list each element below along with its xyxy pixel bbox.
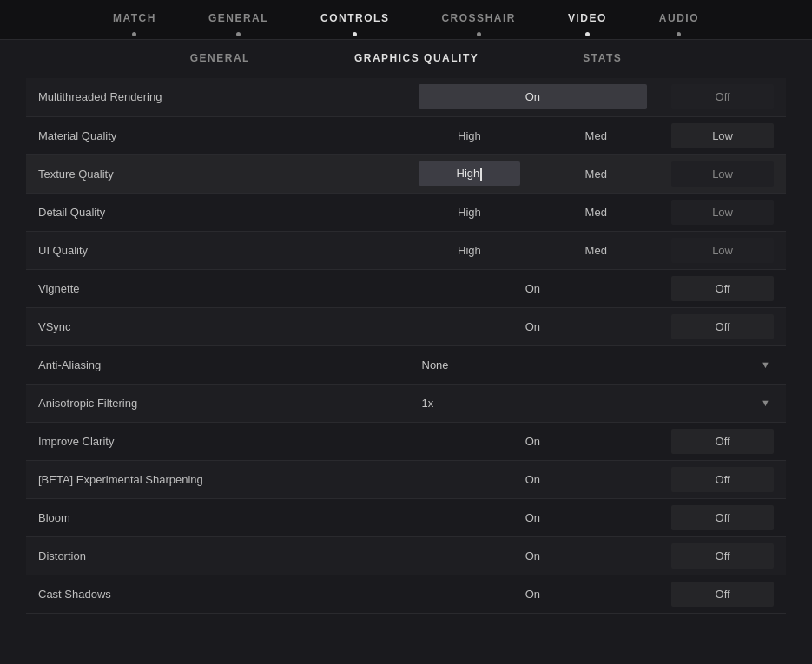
table-row: Texture Quality High Med Low	[26, 154, 786, 193]
option-on-btn[interactable]: On	[419, 314, 648, 339]
nav-dot-controls	[353, 32, 357, 36]
setting-option-off[interactable]: Off	[659, 78, 786, 116]
nav-item-general[interactable]: GENERAL	[208, 12, 268, 28]
nav-item-match[interactable]: MATCH	[113, 12, 156, 28]
dropdown-cell[interactable]: 1x ▼	[406, 384, 787, 422]
nav-items-container: MATCH GENERAL CONTROLS CROSSHAIR VIDEO A…	[113, 12, 699, 28]
table-row: Improve Clarity On Off	[26, 422, 786, 460]
subnav-graphics-quality[interactable]: GRAPHICS QUALITY	[354, 52, 479, 64]
option-high-btn[interactable]: High	[419, 238, 521, 263]
setting-label: Anti-Aliasing	[26, 345, 406, 384]
subnav-general[interactable]: GENERAL	[190, 52, 250, 64]
option-on-btn[interactable]: On	[419, 429, 648, 454]
setting-label: Improve Clarity	[26, 422, 406, 460]
setting-option-off[interactable]: Off	[659, 575, 786, 613]
setting-option-low[interactable]: Low	[659, 193, 786, 231]
setting-option-on[interactable]: On	[406, 78, 660, 116]
settings-content: Multithreaded Rendering On Off Material …	[0, 78, 812, 614]
table-row: Distortion On Off	[26, 536, 786, 575]
option-high-btn[interactable]: High	[419, 123, 521, 148]
setting-option-on[interactable]: On	[406, 422, 660, 460]
cursor-indicator	[480, 168, 482, 181]
option-off-btn[interactable]: Off	[671, 505, 774, 530]
setting-option-off[interactable]: Off	[659, 422, 786, 460]
setting-label: [BETA] Experimental Sharpening	[26, 460, 406, 498]
option-off-btn[interactable]: Off	[671, 429, 774, 454]
setting-label: Vignette	[26, 269, 406, 307]
setting-label: Bloom	[26, 498, 406, 536]
nav-item-video[interactable]: VIDEO	[568, 12, 607, 28]
option-on-btn[interactable]: On	[419, 505, 648, 530]
setting-option-on[interactable]: On	[406, 575, 660, 613]
option-low-btn[interactable]: Low	[671, 238, 774, 263]
setting-label: Material Quality	[26, 116, 406, 154]
table-row: Material Quality High Med Low	[26, 116, 786, 154]
option-med-btn[interactable]: Med	[545, 161, 647, 187]
setting-option-on[interactable]: On	[406, 307, 660, 345]
option-off-btn[interactable]: Off	[671, 314, 774, 339]
nav-dot-match	[132, 32, 136, 36]
option-on-btn[interactable]: On	[419, 543, 648, 569]
option-low-btn[interactable]: Low	[671, 200, 774, 225]
nav-dot-video	[585, 32, 590, 36]
nav-dot-general	[236, 32, 241, 36]
option-off-btn[interactable]: Off	[671, 467, 774, 492]
option-high-selected-btn[interactable]: High	[419, 161, 521, 186]
dropdown-cell[interactable]: None ▼	[406, 345, 787, 384]
table-row: Detail Quality High Med Low	[26, 193, 786, 231]
setting-option-med[interactable]: Med	[532, 116, 659, 154]
subnav-stats[interactable]: STATS	[583, 52, 622, 64]
setting-option-med[interactable]: Med	[532, 231, 659, 269]
setting-label: Anisotropic Filtering	[26, 384, 406, 422]
table-row: Multithreaded Rendering On Off	[26, 78, 786, 116]
chevron-down-icon: ▼	[761, 359, 770, 370]
setting-option-low[interactable]: Low	[659, 231, 786, 269]
setting-option-high[interactable]: High	[406, 193, 533, 231]
option-off-btn[interactable]: Off	[671, 276, 774, 301]
nav-item-audio[interactable]: AUDIO	[659, 12, 699, 28]
table-row: Anisotropic Filtering 1x ▼	[26, 384, 786, 422]
setting-option-off[interactable]: Off	[659, 307, 786, 345]
table-row: Anti-Aliasing None ▼	[26, 345, 786, 384]
setting-option-on[interactable]: On	[406, 498, 660, 536]
option-on-btn[interactable]: On	[419, 582, 648, 607]
option-on-btn[interactable]: On	[419, 467, 648, 492]
setting-option-off[interactable]: Off	[659, 498, 786, 536]
setting-option-low[interactable]: Low	[659, 116, 786, 154]
setting-option-high[interactable]: High	[406, 116, 533, 154]
setting-option-high[interactable]: High	[406, 154, 533, 193]
option-med-btn[interactable]: Med	[545, 200, 647, 225]
option-high-btn[interactable]: High	[419, 200, 521, 225]
setting-label: Cast Shadows	[26, 575, 406, 613]
setting-option-off[interactable]: Off	[659, 536, 786, 575]
option-off-btn[interactable]: Off	[671, 84, 774, 109]
setting-label: Texture Quality	[26, 154, 406, 193]
option-med-btn[interactable]: Med	[545, 123, 647, 148]
nav-item-controls[interactable]: CONTROLS	[320, 12, 389, 28]
setting-option-high[interactable]: High	[406, 231, 533, 269]
setting-option-on[interactable]: On	[406, 269, 660, 307]
table-row: Vignette On Off	[26, 269, 786, 307]
nav-dot-crosshair	[477, 32, 481, 36]
option-on-btn[interactable]: On	[419, 276, 648, 301]
top-navigation: MATCH GENERAL CONTROLS CROSSHAIR VIDEO A…	[0, 0, 812, 40]
table-row: UI Quality High Med Low	[26, 231, 786, 269]
option-off-btn[interactable]: Off	[671, 543, 774, 569]
setting-option-med[interactable]: Med	[532, 193, 659, 231]
option-off-btn[interactable]: Off	[671, 582, 774, 607]
setting-option-low[interactable]: Low	[659, 154, 786, 193]
setting-label: Multithreaded Rendering	[26, 78, 406, 116]
option-med-btn[interactable]: Med	[545, 238, 647, 263]
table-row: VSync On Off	[26, 307, 786, 345]
option-low-btn[interactable]: Low	[671, 123, 774, 148]
setting-option-off[interactable]: Off	[659, 460, 786, 498]
setting-option-med[interactable]: Med	[532, 154, 659, 193]
setting-label: Distortion	[26, 536, 406, 575]
setting-option-off[interactable]: Off	[659, 269, 786, 307]
dropdown-value: 1x	[422, 397, 434, 410]
setting-option-on[interactable]: On	[406, 536, 660, 575]
nav-item-crosshair[interactable]: CROSSHAIR	[441, 12, 516, 28]
setting-option-on[interactable]: On	[406, 460, 660, 498]
option-low-btn[interactable]: Low	[671, 161, 774, 187]
option-on-btn[interactable]: On	[419, 84, 648, 109]
